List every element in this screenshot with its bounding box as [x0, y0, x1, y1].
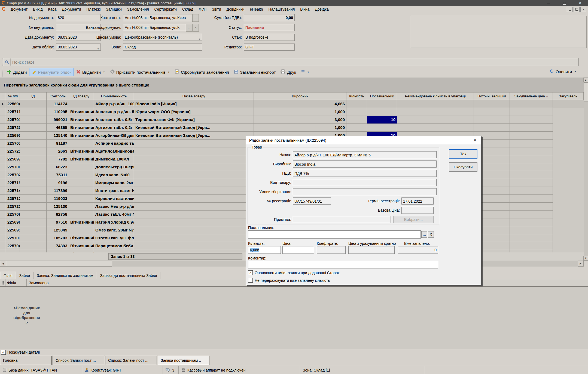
table-cell[interactable]: 1,000 [254, 108, 346, 116]
table-cell[interactable] [20, 140, 47, 147]
maximize-button[interactable] [556, 0, 572, 6]
column-header[interactable]: Кількість [346, 92, 367, 100]
table-cell[interactable]: 225720 [6, 124, 20, 132]
menu-item[interactable]: Сертифікати [152, 7, 179, 12]
table-cell[interactable] [510, 218, 553, 226]
print-button[interactable]: Друк [278, 68, 298, 76]
form-order-button[interactable]: Сформувати замовлення [172, 68, 231, 76]
menu-item[interactable]: Склад [179, 7, 196, 12]
horizontal-scroll-thumb[interactable] [6, 261, 112, 267]
mdi-restore-button[interactable] [574, 7, 580, 12]
drag-grip[interactable] [1, 67, 2, 77]
column-header[interactable]: Назва товару [134, 92, 254, 100]
table-cell[interactable]: Ототон кап. уш. фл. 16 г № 1 [94, 234, 134, 242]
table-cell[interactable] [20, 171, 47, 179]
table-cell[interactable]: 66223 [47, 163, 69, 171]
group-by-panel[interactable]: Перетягніть заголовок колонки сюди для у… [0, 78, 588, 92]
table-cell[interactable] [20, 100, 47, 108]
table-cell[interactable]: 225694 [6, 100, 20, 108]
table-cell[interactable] [134, 195, 254, 203]
supplier-field[interactable] [248, 230, 421, 239]
comment-field[interactable] [248, 261, 438, 268]
menu-item[interactable]: Звіти [209, 7, 224, 12]
table-cell[interactable] [510, 116, 553, 124]
column-header[interactable]: Рекомендована кількість в упаковці [397, 92, 474, 100]
column-header[interactable]: ІД [20, 92, 47, 100]
menu-item[interactable]: Замовлення [124, 7, 152, 12]
table-cell[interactable]: Вітчизняний [69, 147, 94, 155]
table-cell[interactable]: 125049 [47, 226, 69, 234]
row-selector[interactable] [0, 171, 6, 179]
menu-item[interactable]: Каса [45, 7, 59, 12]
table-cell[interactable] [20, 195, 47, 203]
table-cell[interactable]: 225719 [6, 179, 20, 187]
table-cell[interactable]: 119023 [47, 195, 69, 203]
table-cell[interactable]: Аскорбинка-КВ дыня 25мг № 10 [94, 132, 134, 140]
table-cell[interactable] [397, 124, 474, 132]
table-cell[interactable] [134, 226, 254, 234]
details-checkbox[interactable]: ✓ [1, 350, 6, 355]
window-tab[interactable]: Список: Заявки пост ... [105, 356, 157, 365]
column-header[interactable]: Закупівельна ціна△ [510, 92, 553, 100]
row-selector[interactable] [0, 195, 6, 203]
table-cell[interactable]: 225722 [6, 203, 20, 211]
menu-item[interactable]: Платежі [84, 7, 103, 12]
table-cell[interactable] [510, 147, 553, 155]
current-row-marker[interactable]: ▶ [0, 100, 6, 108]
table-cell[interactable] [510, 203, 553, 211]
table-cell[interactable]: 3,000 [254, 116, 346, 124]
row-selector[interactable] [0, 140, 6, 147]
table-cell[interactable] [474, 108, 510, 116]
table-cell[interactable] [134, 187, 254, 195]
row-selector[interactable] [0, 155, 6, 163]
bottom-tab[interactable]: Зайве [16, 272, 33, 279]
table-cell[interactable] [69, 140, 94, 147]
menu-item[interactable]: Вікна [297, 7, 312, 12]
scroll-up-icon[interactable]: ▲ [583, 78, 588, 82]
ok-button[interactable]: Так [449, 149, 477, 159]
table-cell[interactable]: 225708 [6, 211, 20, 218]
table-cell[interactable] [510, 100, 553, 108]
table-cell[interactable]: 9196 [47, 179, 69, 187]
table-cell[interactable] [20, 242, 47, 250]
table-cell[interactable] [510, 234, 553, 242]
row-selector[interactable] [0, 234, 6, 242]
table-cell[interactable]: Вітчизняний [69, 108, 94, 116]
table-row[interactable]: 225711110295ВітчизнянийАналгин р-р д/ин.… [0, 108, 584, 116]
export-button[interactable]: Загальний експорт [231, 68, 278, 76]
table-cell[interactable] [397, 100, 474, 108]
column-header[interactable]: Постачальник [367, 92, 397, 100]
search-box[interactable] [3, 58, 579, 66]
row-selector[interactable] [0, 242, 6, 250]
table-cell[interactable]: Вітчизняний [69, 234, 94, 242]
dialog-close-icon[interactable]: ✕ [471, 137, 479, 143]
product-name-field[interactable]: Айлар р-р д/ин. 100 ЕД/мл картр. 3 мл № … [293, 151, 437, 158]
table-cell[interactable] [69, 195, 94, 203]
table-cell[interactable]: 225712 [6, 195, 20, 203]
menu-item[interactable]: Документи [59, 7, 84, 12]
table-cell[interactable] [510, 155, 553, 163]
table-cell[interactable]: 225702 [6, 171, 20, 179]
table-cell[interactable] [474, 116, 510, 124]
table-cell[interactable]: 97510 [47, 218, 69, 226]
table-cell[interactable] [20, 132, 47, 140]
table-cell[interactable] [367, 108, 397, 116]
window-tab[interactable]: Список: Заявки пост ... [53, 356, 104, 365]
table-cell[interactable] [69, 163, 94, 171]
table-cell[interactable]: Омез капс. 20мг №30 [94, 226, 134, 234]
assign-suppliers-button[interactable]: Присвоїти постачальників▼ [108, 68, 172, 76]
table-cell[interactable] [134, 179, 254, 187]
window-tab[interactable]: Головна [0, 356, 52, 365]
table-cell[interactable] [69, 187, 94, 195]
table-cell[interactable] [20, 211, 47, 218]
table-cell[interactable]: 75311 [47, 171, 69, 179]
table-cell[interactable]: Аналгин табл. 0.5г №10 [94, 116, 134, 124]
row-selector[interactable] [0, 116, 6, 124]
table-cell[interactable]: 225701 [6, 116, 20, 124]
table-cell[interactable] [510, 140, 553, 147]
mdi-close-button[interactable]: ✕ [580, 7, 586, 12]
scroll-right-icon[interactable]: ▶ [578, 261, 584, 267]
table-cell[interactable] [20, 218, 47, 226]
table-cell[interactable] [346, 116, 367, 124]
table-cell[interactable]: Вітчизняний [69, 132, 94, 140]
